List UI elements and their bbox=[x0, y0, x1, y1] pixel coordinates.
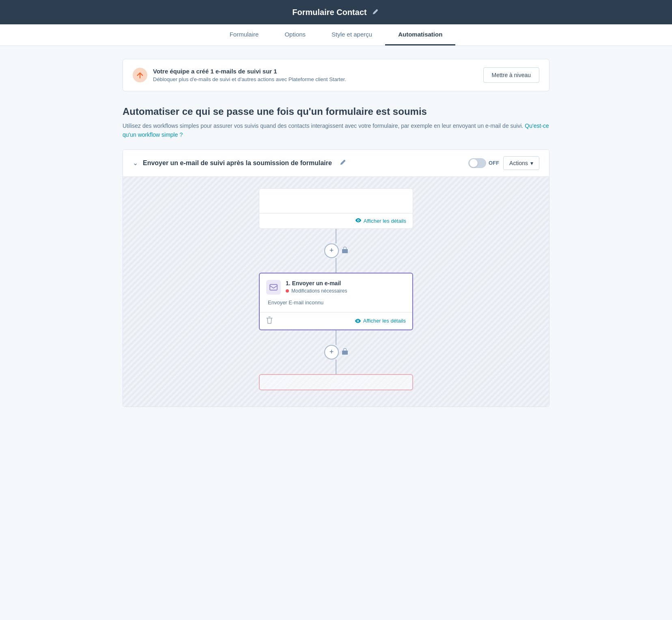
connector-line-2 bbox=[336, 258, 336, 273]
eye-icon bbox=[355, 217, 361, 224]
upgrade-icon bbox=[133, 68, 147, 82]
action-info: 1. Envoyer un e-mail Modifications néces… bbox=[286, 280, 347, 294]
workflow-canvas: Afficher les détails + bbox=[123, 177, 549, 407]
toggle-thumb bbox=[470, 159, 478, 167]
section-heading: Automatiser ce qui se passe une fois qu'… bbox=[123, 106, 549, 140]
plus-icon: + bbox=[330, 246, 334, 255]
workflow-header-left: ⌄ Envoyer un e-mail de suivi après la so… bbox=[133, 159, 346, 167]
svg-point-3 bbox=[357, 320, 358, 321]
view-details-label-1: Afficher les détails bbox=[363, 318, 406, 324]
lock-icon-2 bbox=[342, 348, 348, 356]
view-details-button-1[interactable]: Afficher les détails bbox=[355, 318, 406, 324]
action-card-header: 1. Envoyer un e-mail Modifications néces… bbox=[266, 280, 406, 295]
actions-label: Actions bbox=[509, 160, 528, 166]
trigger-view-details[interactable]: Afficher les détails bbox=[259, 213, 413, 228]
status-dot bbox=[286, 289, 289, 293]
connector-line-4 bbox=[336, 360, 336, 374]
connector-line-1 bbox=[336, 229, 336, 243]
section-title: Automatiser ce qui se passe une fois qu'… bbox=[123, 106, 549, 117]
workflow-header-right: OFF Actions ▾ bbox=[468, 156, 539, 170]
collapse-chevron-icon[interactable]: ⌄ bbox=[133, 159, 138, 167]
add-step-row-1: + bbox=[324, 243, 348, 258]
upgrade-text: Votre équipe a créé 1 e-mails de suivi s… bbox=[153, 68, 346, 82]
action-status-text: Modifications nécessaires bbox=[291, 288, 347, 294]
delete-action-button[interactable] bbox=[266, 316, 273, 325]
toggle-label: OFF bbox=[489, 160, 500, 166]
action-name: 1. Envoyer un e-mail bbox=[286, 280, 347, 286]
next-step-hint bbox=[259, 374, 413, 390]
tab-style[interactable]: Style et aperçu bbox=[319, 24, 385, 45]
tab-automatisation[interactable]: Automatisation bbox=[385, 24, 455, 45]
upgrade-title: Votre équipe a créé 1 e-mails de suivi s… bbox=[153, 68, 346, 75]
page-title: Formulaire Contact bbox=[292, 8, 366, 17]
connector-line-3 bbox=[336, 330, 336, 345]
action-card-body: 1. Envoyer un e-mail Modifications néces… bbox=[260, 273, 412, 312]
trigger-card-content bbox=[259, 189, 413, 213]
plus-icon-2: + bbox=[330, 348, 334, 356]
action-card-footer: Afficher les détails bbox=[260, 312, 412, 329]
view-details-label: Afficher les détails bbox=[364, 218, 406, 224]
toggle-container[interactable]: OFF bbox=[468, 158, 500, 168]
workflow-toggle[interactable] bbox=[468, 158, 486, 168]
section-description: Utilisez des workflows simples pour assu… bbox=[123, 121, 549, 140]
trigger-card: Afficher les détails bbox=[259, 188, 413, 229]
tab-formulaire[interactable]: Formulaire bbox=[217, 24, 272, 45]
add-step-button-1[interactable]: + bbox=[324, 243, 339, 258]
action-description: Envoyer E-mail inconnu bbox=[266, 299, 406, 306]
workflow-header: ⌄ Envoyer un e-mail de suivi après la so… bbox=[123, 150, 549, 177]
add-step-row-2: + bbox=[324, 345, 348, 360]
edit-title-button[interactable] bbox=[371, 8, 380, 17]
upgrade-banner: Votre équipe a créé 1 e-mails de suivi s… bbox=[123, 59, 549, 91]
tab-options[interactable]: Options bbox=[271, 24, 319, 45]
upgrade-banner-left: Votre équipe a créé 1 e-mails de suivi s… bbox=[133, 68, 346, 82]
nav-tabs: Formulaire Options Style et aperçu Autom… bbox=[0, 24, 672, 46]
action-card-1: 1. Envoyer un e-mail Modifications néces… bbox=[259, 273, 413, 330]
add-step-button-2[interactable]: + bbox=[324, 345, 339, 360]
svg-point-1 bbox=[358, 220, 359, 221]
actions-button[interactable]: Actions ▾ bbox=[503, 156, 539, 170]
workflow-title: Envoyer un e-mail de suivi après la soum… bbox=[143, 159, 332, 167]
upgrade-button[interactable]: Mettre à niveau bbox=[483, 67, 540, 83]
main-content: Votre équipe a créé 1 e-mails de suivi s… bbox=[113, 46, 559, 420]
lock-icon-1 bbox=[342, 247, 348, 254]
workflow-edit-icon[interactable] bbox=[340, 159, 346, 166]
svg-rect-2 bbox=[270, 284, 277, 290]
upgrade-description: Débloquer plus d'e-mails de suivi et d'a… bbox=[153, 76, 346, 82]
workflow-card: ⌄ Envoyer un e-mail de suivi après la so… bbox=[123, 149, 549, 407]
top-header: Formulaire Contact bbox=[0, 0, 672, 24]
action-icon-email bbox=[266, 280, 281, 295]
caret-down-icon: ▾ bbox=[530, 160, 533, 166]
action-status: Modifications nécessaires bbox=[286, 288, 347, 294]
